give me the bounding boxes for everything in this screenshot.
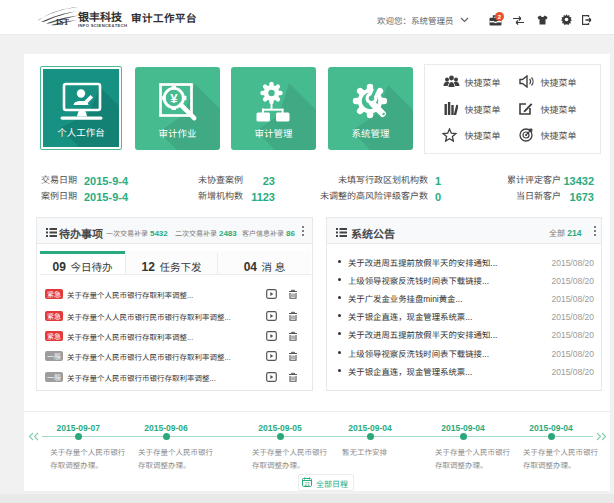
svg-text:23: 23 bbox=[304, 482, 310, 487]
svg-text:¥: ¥ bbox=[170, 91, 178, 106]
